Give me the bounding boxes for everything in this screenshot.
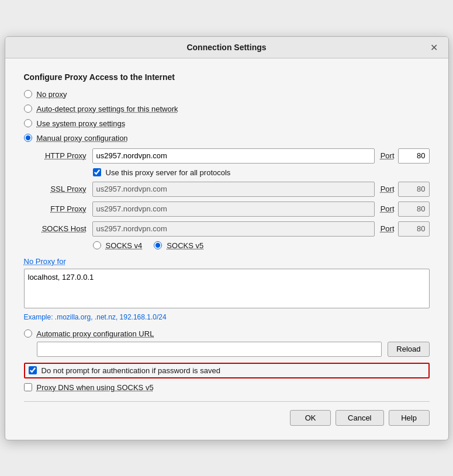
auto-proxy-input-row: Reload xyxy=(24,342,430,357)
manual-proxy-radio[interactable] xyxy=(24,134,32,142)
system-proxy-radio[interactable] xyxy=(24,119,32,127)
auth-checkbox-row: Do not prompt for authentication if pass… xyxy=(24,363,430,378)
ssl-port-input[interactable] xyxy=(398,182,430,197)
auto-detect-radio[interactable] xyxy=(24,105,32,113)
http-port-label: Port xyxy=(381,151,395,160)
system-proxy-option[interactable]: Use system proxy settings xyxy=(24,119,430,128)
auto-proxy-label[interactable]: Automatic proxy configuration URL xyxy=(37,329,154,338)
auto-detect-label[interactable]: Auto-detect proxy settings for this netw… xyxy=(37,105,178,113)
no-proxy-section: No Proxy for localhost, 127.0.0.1 Exampl… xyxy=(24,257,430,321)
http-proxy-label: HTTP Proxy xyxy=(37,151,87,160)
ftp-proxy-row: FTP Proxy Port xyxy=(37,201,430,217)
title-bar: Connection Settings ✕ xyxy=(5,37,448,58)
use-for-all-row: Use this proxy server for all protocols xyxy=(93,168,430,177)
section-title: Configure Proxy Access to the Internet xyxy=(24,72,430,82)
socks-v5-radio[interactable] xyxy=(154,241,162,249)
dns-checkbox[interactable] xyxy=(24,383,32,391)
no-proxy-textarea[interactable]: localhost, 127.0.0.1 xyxy=(24,269,430,308)
no-proxy-option[interactable]: No proxy xyxy=(24,90,430,99)
manual-proxy-section: HTTP Proxy Port Use this proxy server fo… xyxy=(24,148,430,250)
auto-proxy-option[interactable]: Automatic proxy configuration URL xyxy=(24,329,430,338)
dns-label[interactable]: Proxy DNS when using SOCKS v5 xyxy=(37,383,154,392)
connection-settings-dialog: Connection Settings ✕ Configure Proxy Ac… xyxy=(5,36,449,440)
ssl-proxy-row: SSL Proxy Port xyxy=(37,182,430,197)
ftp-proxy-label: FTP Proxy xyxy=(37,204,87,213)
ok-button[interactable]: OK xyxy=(290,410,331,426)
socks-v5-label[interactable]: SOCKS v5 xyxy=(167,241,203,250)
cancel-button[interactable]: Cancel xyxy=(336,410,383,426)
no-proxy-example: Example: .mozilla.org, .net.nz, 192.168.… xyxy=(24,313,430,321)
no-proxy-for-label: No Proxy for xyxy=(24,257,430,266)
http-proxy-input[interactable] xyxy=(92,148,375,164)
socks-host-label: SOCKS Host xyxy=(37,224,87,233)
socks-port-input[interactable] xyxy=(398,221,430,237)
socks-proxy-row: SOCKS Host Port xyxy=(37,221,430,237)
socks-v4-option[interactable]: SOCKS v4 xyxy=(93,241,143,250)
socks-v4-radio[interactable] xyxy=(93,241,101,249)
no-proxy-radio[interactable] xyxy=(24,90,32,98)
socks-host-input[interactable] xyxy=(92,221,375,237)
reload-button[interactable]: Reload xyxy=(388,342,429,357)
socks-port-label: Port xyxy=(381,224,395,233)
manual-proxy-label[interactable]: Manual proxy configuration xyxy=(37,134,128,143)
close-button[interactable]: ✕ xyxy=(427,40,441,54)
no-proxy-label[interactable]: No proxy xyxy=(37,90,67,99)
ssl-proxy-label: SSL Proxy xyxy=(37,185,87,193)
auth-label[interactable]: Do not prompt for authentication if pass… xyxy=(42,366,220,375)
dialog-content: Configure Proxy Access to the Internet N… xyxy=(5,58,448,440)
auto-detect-option[interactable]: Auto-detect proxy settings for this netw… xyxy=(24,105,430,113)
http-proxy-row: HTTP Proxy Port xyxy=(37,148,430,164)
socks-v5-option[interactable]: SOCKS v5 xyxy=(154,241,203,250)
auto-proxy-radio[interactable] xyxy=(24,329,32,338)
dialog-title: Connection Settings xyxy=(186,43,266,52)
ftp-proxy-input[interactable] xyxy=(92,201,375,217)
proxy-options-group: No proxy Auto-detect proxy settings for … xyxy=(24,90,430,143)
ssl-proxy-input[interactable] xyxy=(92,182,375,197)
http-port-input[interactable] xyxy=(398,148,430,164)
use-for-all-checkbox[interactable] xyxy=(93,168,101,176)
button-row: OK Cancel Help xyxy=(24,410,430,428)
divider xyxy=(24,401,430,402)
ssl-port-label: Port xyxy=(381,185,395,193)
socks-version-row: SOCKS v4 SOCKS v5 xyxy=(93,241,430,250)
auth-checkbox[interactable] xyxy=(29,366,37,374)
system-proxy-label[interactable]: Use system proxy settings xyxy=(37,119,126,128)
manual-proxy-option[interactable]: Manual proxy configuration xyxy=(24,134,430,143)
dns-checkbox-row: Proxy DNS when using SOCKS v5 xyxy=(24,383,430,392)
ftp-port-label: Port xyxy=(381,204,395,213)
help-button[interactable]: Help xyxy=(389,410,430,426)
auto-proxy-url-input[interactable] xyxy=(37,342,382,357)
ftp-port-input[interactable] xyxy=(398,201,430,217)
socks-v4-label[interactable]: SOCKS v4 xyxy=(106,241,143,250)
use-for-all-label[interactable]: Use this proxy server for all protocols xyxy=(106,168,231,177)
